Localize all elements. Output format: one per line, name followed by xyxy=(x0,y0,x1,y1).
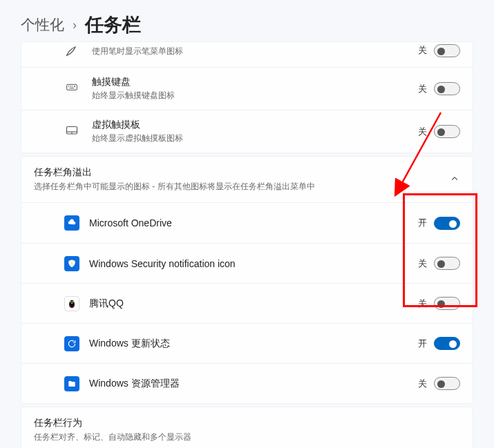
toggle-onedrive[interactable] xyxy=(434,217,460,230)
svg-point-12 xyxy=(70,300,73,304)
page-title: 任务栏 xyxy=(85,12,141,37)
overflow-item-label: Windows 资源管理器 xyxy=(89,378,418,390)
toggle-security[interactable] xyxy=(434,257,460,270)
svg-point-13 xyxy=(70,301,71,302)
toggle-state-label: 关 xyxy=(418,378,427,390)
setting-row-pen-menu[interactable]: 使用笔时显示笔菜单图标 关 xyxy=(21,42,473,67)
setting-title: 触摸键盘 xyxy=(92,76,418,88)
explorer-icon xyxy=(64,376,79,391)
toggle-explorer[interactable] xyxy=(434,377,460,390)
setting-title: 虚拟触摸板 xyxy=(92,119,418,131)
svg-point-4 xyxy=(74,86,75,86)
taskbar-corner-icons-panel: 使用笔时显示笔菜单图标 关 触摸键盘 始终显示触摸键盘图标 关 虚拟触摸板 始终… xyxy=(21,41,473,153)
toggle-touch-keyboard[interactable] xyxy=(434,82,460,95)
toggle-state-label: 关 xyxy=(418,126,427,138)
update-icon xyxy=(64,336,79,351)
section-header-behaviors[interactable]: 任务栏行为 任务栏对齐、标记、自动隐藏和多个显示器 xyxy=(21,407,473,448)
overflow-item-label: Windows 更新状态 xyxy=(89,338,418,350)
toggle-state-label: 关 xyxy=(418,298,427,310)
svg-rect-0 xyxy=(67,84,77,90)
chevron-up-icon xyxy=(449,173,460,186)
setting-subtitle: 始终显示触摸键盘图标 xyxy=(92,90,418,101)
overflow-item-explorer[interactable]: Windows 资源管理器 关 xyxy=(21,363,473,403)
breadcrumb-parent[interactable]: 个性化 xyxy=(21,15,64,35)
overflow-item-label: Windows Security notification icon xyxy=(89,258,418,269)
section-title: 任务栏角溢出 xyxy=(34,166,449,179)
qq-icon xyxy=(64,296,79,311)
section-body-overflow: Microsoft OneDrive 开 Windows Security no… xyxy=(21,203,473,404)
toggle-state-label: 开 xyxy=(418,217,427,229)
toggle-update[interactable] xyxy=(434,337,460,350)
svg-point-1 xyxy=(68,86,69,86)
overflow-item-onedrive[interactable]: Microsoft OneDrive 开 xyxy=(21,203,473,243)
overflow-item-label: 腾讯QQ xyxy=(89,298,418,310)
svg-rect-17 xyxy=(68,380,71,382)
setting-row-touch-keyboard[interactable]: 触摸键盘 始终显示触摸键盘图标 关 xyxy=(21,67,473,110)
breadcrumb: 个性化 › 任务栏 xyxy=(0,0,494,46)
svg-point-5 xyxy=(75,86,75,86)
toggle-virtual-touchpad[interactable] xyxy=(434,125,460,138)
chevron-right-icon: › xyxy=(73,18,77,32)
setting-subtitle: 始终显示虚拟触摸板图标 xyxy=(92,133,418,144)
setting-row-virtual-touchpad[interactable]: 虚拟触摸板 始终显示虚拟触摸板图标 关 xyxy=(21,110,473,153)
svg-point-10 xyxy=(71,264,72,265)
touchpad-icon xyxy=(64,124,79,139)
toggle-state-label: 关 xyxy=(418,83,427,95)
pen-icon xyxy=(64,43,79,58)
onedrive-icon xyxy=(64,215,79,231)
toggle-pen-menu[interactable] xyxy=(434,44,460,57)
overflow-item-update[interactable]: Windows 更新状态 开 xyxy=(21,323,473,363)
section-subtitle: 选择任务栏角中可能显示的图标 - 所有其他图标将显示在任务栏角溢出菜单中 xyxy=(34,181,449,193)
svg-point-14 xyxy=(73,301,73,302)
toggle-state-label: 开 xyxy=(418,338,427,350)
svg-rect-16 xyxy=(68,382,75,387)
overflow-item-label: Microsoft OneDrive xyxy=(89,217,418,228)
svg-point-3 xyxy=(72,86,73,86)
svg-point-15 xyxy=(71,302,73,303)
keyboard-icon xyxy=(64,81,79,97)
section-header-overflow[interactable]: 任务栏角溢出 选择任务栏角中可能显示的图标 - 所有其他图标将显示在任务栏角溢出… xyxy=(21,156,473,203)
svg-point-2 xyxy=(70,86,71,86)
toggle-state-label: 关 xyxy=(418,257,427,270)
setting-subtitle: 使用笔时显示笔菜单图标 xyxy=(92,46,418,57)
section-subtitle: 任务栏对齐、标记、自动隐藏和多个显示器 xyxy=(34,431,460,443)
overflow-item-security[interactable]: Windows Security notification icon 关 xyxy=(21,243,473,283)
section-title: 任务栏行为 xyxy=(34,417,460,429)
toggle-qq[interactable] xyxy=(434,297,460,310)
shield-icon xyxy=(64,256,79,271)
overflow-item-qq[interactable]: 腾讯QQ 关 xyxy=(21,283,473,323)
toggle-state-label: 关 xyxy=(418,44,427,57)
